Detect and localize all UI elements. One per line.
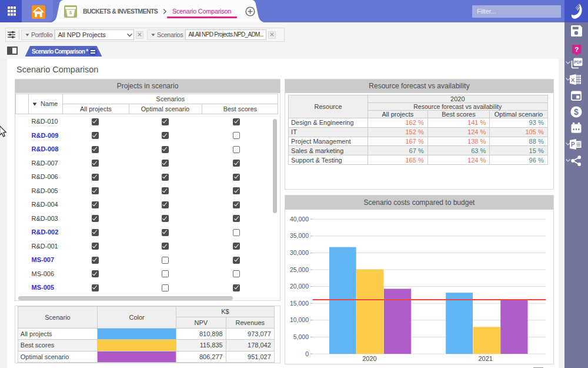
svg-text:P: P [570, 141, 574, 148]
svg-text:25,000: 25,000 [290, 266, 309, 273]
svg-text:?: ? [574, 45, 579, 52]
svg-text:10,000: 10,000 [290, 316, 309, 323]
svg-text:0: 0 [305, 350, 309, 357]
svg-text:$: $ [574, 107, 579, 117]
svg-text:PDF: PDF [574, 60, 582, 64]
svg-text:20,000: 20,000 [290, 283, 309, 290]
svg-text:5,000: 5,000 [293, 333, 309, 340]
svg-text:30,000: 30,000 [290, 249, 309, 256]
svg-text:40,000: 40,000 [290, 216, 309, 223]
svg-text:15,000: 15,000 [290, 300, 309, 307]
svg-text:2021: 2021 [478, 355, 492, 362]
svg-text:X: X [571, 76, 575, 82]
svg-text:35,000: 35,000 [290, 232, 309, 239]
svg-text:2020: 2020 [362, 355, 376, 362]
